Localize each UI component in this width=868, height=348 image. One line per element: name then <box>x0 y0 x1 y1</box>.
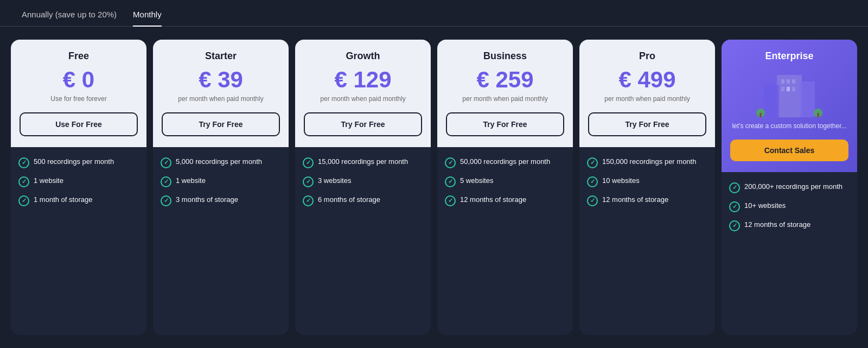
card-free-top: Free € 0 Use for free forever Use For Fr… <box>11 40 146 147</box>
check-icon <box>161 195 171 206</box>
feature-item: 50,000 recordings per month <box>445 157 565 168</box>
card-growth-btn[interactable]: Try For Free <box>304 112 422 136</box>
check-icon <box>18 176 29 187</box>
feature-item: 10+ websites <box>729 201 850 212</box>
svg-rect-8 <box>792 87 795 91</box>
card-business-title: Business <box>483 50 527 62</box>
feature-item: 500 recordings per month <box>18 157 139 168</box>
check-icon <box>303 195 314 206</box>
feature-item: 150,000 recordings per month <box>587 157 707 168</box>
card-growth-title: Growth <box>346 50 380 62</box>
card-free: Free € 0 Use for free forever Use For Fr… <box>11 40 146 335</box>
svg-rect-6 <box>781 87 784 91</box>
card-pro-bottom: 150,000 recordings per month 10 websites… <box>579 147 715 335</box>
svg-rect-4 <box>787 79 790 84</box>
check-icon <box>729 201 740 212</box>
feature-item: 6 months of storage <box>303 195 423 206</box>
feature-item: 1 website <box>161 176 281 187</box>
card-enterprise: Enterprise <box>722 40 857 335</box>
card-growth-price: € 129 <box>334 68 391 91</box>
card-free-sub: Use for free forever <box>50 94 106 104</box>
check-icon <box>445 176 456 187</box>
svg-rect-1 <box>764 85 779 117</box>
card-business-price: € 259 <box>476 68 533 91</box>
card-pro-title: Pro <box>639 50 655 62</box>
feature-item: 15,000 recordings per month <box>303 157 423 168</box>
card-starter-top: Starter € 39 per month when paid monthly… <box>153 40 289 147</box>
check-icon <box>303 157 314 168</box>
card-business-btn[interactable]: Try For Free <box>446 112 564 136</box>
feature-item: 1 month of storage <box>18 195 139 206</box>
card-pro-price: € 499 <box>618 68 675 91</box>
check-icon <box>18 157 29 168</box>
svg-rect-10 <box>760 113 762 117</box>
check-icon <box>445 195 456 206</box>
card-business: Business € 259 per month when paid month… <box>437 40 573 335</box>
card-pro-btn[interactable]: Try For Free <box>588 112 706 136</box>
card-enterprise-desc: let's create a custom solution together.… <box>732 122 846 131</box>
feature-item: 10 websites <box>587 176 707 187</box>
contact-sales-btn[interactable]: Contact Sales <box>730 140 848 161</box>
feature-item: 3 websites <box>303 176 423 187</box>
tab-annually[interactable]: Annually (save up to 20%) <box>22 10 117 27</box>
card-starter-btn[interactable]: Try For Free <box>162 112 280 136</box>
svg-rect-2 <box>800 81 815 117</box>
check-icon <box>587 195 598 206</box>
card-free-price: € 0 <box>63 68 94 91</box>
feature-item: 12 months of storage <box>729 220 850 231</box>
pricing-cards: Free € 0 Use for free forever Use For Fr… <box>0 27 868 348</box>
card-pro-top: Pro € 499 per month when paid monthly Tr… <box>579 40 715 147</box>
enterprise-illustration <box>730 68 848 117</box>
card-free-bottom: 500 recordings per month 1 website 1 mon… <box>11 147 146 335</box>
check-icon <box>729 182 740 193</box>
feature-item: 1 website <box>18 176 139 187</box>
card-starter-price: € 39 <box>199 68 243 91</box>
card-business-sub: per month when paid monthly <box>462 94 547 104</box>
check-icon <box>303 176 314 187</box>
card-enterprise-title: Enterprise <box>765 50 813 62</box>
card-starter-title: Starter <box>205 50 237 62</box>
check-icon <box>587 176 598 187</box>
feature-item: 5,000 recordings per month <box>161 157 281 168</box>
card-starter: Starter € 39 per month when paid monthly… <box>153 40 289 335</box>
card-pro: Pro € 499 per month when paid monthly Tr… <box>579 40 715 335</box>
card-business-top: Business € 259 per month when paid month… <box>437 40 573 147</box>
check-icon <box>587 157 598 168</box>
card-pro-sub: per month when paid monthly <box>604 94 690 104</box>
feature-item: 12 months of storage <box>587 195 707 206</box>
card-enterprise-bottom: 200,000+ recordings per month 10+ websit… <box>722 172 857 335</box>
svg-rect-7 <box>787 87 790 91</box>
card-growth-bottom: 15,000 recordings per month 3 websites 6… <box>295 147 431 335</box>
card-enterprise-top: Enterprise <box>722 40 857 172</box>
tab-monthly[interactable]: Monthly <box>133 10 162 27</box>
card-business-bottom: 50,000 recordings per month 5 websites 1… <box>437 147 573 335</box>
check-icon <box>729 220 740 231</box>
svg-rect-5 <box>792 79 795 84</box>
check-icon <box>161 176 171 187</box>
card-growth-sub: per month when paid monthly <box>320 94 405 104</box>
svg-rect-12 <box>817 113 819 117</box>
card-free-title: Free <box>68 50 89 62</box>
check-icon <box>161 157 171 168</box>
card-starter-sub: per month when paid monthly <box>178 94 263 104</box>
feature-item: 12 months of storage <box>445 195 565 206</box>
card-growth-top: Growth € 129 per month when paid monthly… <box>295 40 431 147</box>
check-icon <box>18 195 29 206</box>
feature-item: 5 websites <box>445 176 565 187</box>
card-free-btn[interactable]: Use For Free <box>20 112 138 136</box>
tab-bar: Annually (save up to 20%) Monthly <box>0 0 868 27</box>
check-icon <box>445 157 456 168</box>
card-growth: Growth € 129 per month when paid monthly… <box>295 40 431 335</box>
feature-item: 200,000+ recordings per month <box>729 182 850 193</box>
card-starter-bottom: 5,000 recordings per month 1 website 3 m… <box>153 147 289 335</box>
svg-rect-3 <box>781 79 784 84</box>
feature-item: 3 months of storage <box>161 195 281 206</box>
